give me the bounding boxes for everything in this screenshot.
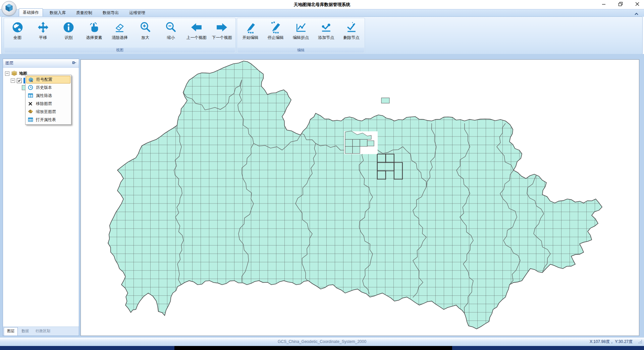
ribbon-group-view: 全图 平移 识别 xyxy=(4,18,236,53)
menu-item-remove-layer[interactable]: 移除图层 xyxy=(26,100,70,108)
remove-x-icon xyxy=(28,101,33,107)
toolbar-button-label: 编辑折点 xyxy=(293,35,309,41)
toolbar-button-label: 上一个视图 xyxy=(186,35,207,41)
ribbon-group-label: 视图 xyxy=(4,48,235,53)
toolbar-button-add-node[interactable]: 添加节点 xyxy=(314,20,339,41)
zoom-to-layer-icon xyxy=(28,109,33,115)
toolbar-button-label: 平移 xyxy=(39,35,47,41)
status-bar: GCS_China_Geodetic_Coordinate_System_200… xyxy=(0,338,644,346)
toolbar-button-label: 放大 xyxy=(141,35,149,41)
toolbar-button-start-edit[interactable]: 开始编辑 xyxy=(238,20,263,41)
layers-stack-icon xyxy=(11,71,17,77)
history-clock-icon xyxy=(28,85,33,91)
minimize-button[interactable] xyxy=(600,1,607,7)
globe-icon xyxy=(11,21,24,34)
toolbar-button-previous-view[interactable]: 上一个视图 xyxy=(184,20,209,41)
previous-view-arrow-icon xyxy=(190,21,203,34)
ribbon-group-edit: 开始编辑 停止编辑 xyxy=(237,18,365,53)
layer-visibility-checkbox[interactable] xyxy=(17,78,22,83)
coordinate-system-label: GCS_China_Geodetic_Coordinate_System_200… xyxy=(0,338,644,346)
layer-context-menu: 符号配置 历史版本 xyxy=(25,75,71,125)
restore-button[interactable] xyxy=(617,1,624,7)
toolbar-button-label: 添加节点 xyxy=(318,35,334,41)
toolbar-button-delete-node[interactable]: 删除节点 xyxy=(339,20,364,41)
menu-item-zoom-to-layer[interactable]: 缩放至图层 xyxy=(26,108,70,116)
toolbar-button-pan[interactable]: 平移 xyxy=(30,20,56,41)
ribbon-collapse-chevron-icon[interactable] xyxy=(634,11,639,17)
toolbar-button-next-view[interactable]: 下一个视图 xyxy=(209,20,235,41)
toolbar-button-label: 下一个视图 xyxy=(212,35,232,41)
toolbar-button-identify[interactable]: 识别 xyxy=(56,20,81,41)
app-window: 天地图湖北母库数据管理系统 基础操作 xyxy=(0,0,644,350)
menu-item-attribute-filter[interactable]: 属性筛选 xyxy=(26,92,70,100)
close-button[interactable] xyxy=(634,1,641,7)
collapse-box-icon[interactable] xyxy=(11,78,15,83)
main-area: 图层 地图 xyxy=(0,54,644,338)
toolbar-button-label: 删除节点 xyxy=(343,35,359,41)
panel-tab-data[interactable]: 数据 xyxy=(18,328,32,336)
eraser-icon xyxy=(113,21,126,34)
window-title: 天地图湖北母库数据管理系统 xyxy=(0,2,644,8)
panel-bottom-tabs: 图层 数据 行政区划 xyxy=(3,327,79,336)
tab-data-import[interactable]: 数据入库 xyxy=(46,9,69,17)
toolbar-button-label: 全图 xyxy=(13,35,21,41)
taskbar-black-segment xyxy=(174,346,452,350)
menu-item-label: 打开属性表 xyxy=(36,117,56,123)
add-node-icon xyxy=(320,21,332,34)
pan-icon xyxy=(37,21,49,34)
toolbar-button-zoom-in[interactable]: 放大 xyxy=(132,20,158,41)
palette-icon xyxy=(28,77,34,82)
ribbon-tab-row: 基础操作 数据入库 质量控制 数据导出 运维管理 xyxy=(0,9,644,17)
ribbon-tabs: 基础操作 数据入库 质量控制 数据导出 运维管理 xyxy=(19,9,149,17)
zoom-out-icon xyxy=(165,21,177,34)
title-bar: 天地图湖北母库数据管理系统 xyxy=(0,0,644,9)
menu-item-open-attribute-table[interactable]: 打开属性表 xyxy=(26,116,70,124)
zoom-in-icon xyxy=(139,21,152,34)
toolbar-button-clear-selection[interactable]: 清除选择 xyxy=(107,20,132,41)
menu-item-label: 属性筛选 xyxy=(36,93,52,99)
collapse-box-icon[interactable] xyxy=(5,71,9,76)
select-feature-hand-icon xyxy=(88,21,100,34)
cube-logo-icon xyxy=(5,3,13,13)
identify-info-icon xyxy=(62,21,75,34)
open-attribute-table-icon xyxy=(28,117,33,123)
next-view-arrow-icon xyxy=(216,21,228,34)
toolbar-button-label: 开始编辑 xyxy=(243,35,259,41)
start-edit-pencil-icon xyxy=(244,21,257,34)
menu-item-label: 缩放至图层 xyxy=(36,109,56,115)
toolbar-button-edit-vertex[interactable]: 编辑折点 xyxy=(288,20,313,41)
tab-ops-management[interactable]: 运维管理 xyxy=(125,9,149,17)
edit-vertex-icon xyxy=(295,21,307,34)
tab-quality-control[interactable]: 质量控制 xyxy=(72,9,96,17)
toolbar-button-label: 选择要素 xyxy=(86,35,102,41)
toolbar-button-full-map[interactable]: 全图 xyxy=(5,20,30,41)
toolbar-button-label: 清除选择 xyxy=(112,35,128,41)
delete-node-icon xyxy=(345,21,358,34)
toolbar-button-zoom-out[interactable]: 缩小 xyxy=(158,20,183,41)
panel-tab-admin-regions[interactable]: 行政区划 xyxy=(33,328,53,336)
toolbar-button-label: 识别 xyxy=(65,35,73,41)
resize-grip[interactable] xyxy=(638,339,642,345)
tab-basic-operations[interactable]: 基础操作 xyxy=(19,8,43,17)
ribbon: 全图 平移 识别 xyxy=(1,16,643,54)
ribbon-group-label: 编辑 xyxy=(237,48,364,53)
menu-item-history-version[interactable]: 历史版本 xyxy=(26,83,70,92)
toolbar-button-label: 缩小 xyxy=(167,35,175,41)
layers-panel-header: 图层 xyxy=(3,59,79,68)
map-canvas[interactable] xyxy=(80,59,639,336)
toolbar-button-label: 停止编辑 xyxy=(268,35,284,41)
attribute-filter-table-icon xyxy=(28,93,33,99)
layers-panel-title: 图层 xyxy=(5,60,13,66)
tab-data-export[interactable]: 数据导出 xyxy=(99,9,122,17)
menu-item-label: 符号配置 xyxy=(36,77,52,82)
cursor-coordinates-label: X:107.98度， Y:30.27度 xyxy=(590,338,633,346)
pin-icon[interactable] xyxy=(72,61,76,66)
stop-edit-pencil-icon xyxy=(269,21,282,34)
menu-item-symbol-config[interactable]: 符号配置 xyxy=(26,76,70,83)
taskbar-strip xyxy=(0,346,644,350)
window-controls xyxy=(600,1,641,7)
app-menu-button[interactable] xyxy=(2,1,16,16)
toolbar-button-stop-edit[interactable]: 停止编辑 xyxy=(263,20,288,41)
toolbar-button-select-feature[interactable]: 选择要素 xyxy=(82,20,107,41)
panel-tab-layers[interactable]: 图层 xyxy=(4,327,18,336)
